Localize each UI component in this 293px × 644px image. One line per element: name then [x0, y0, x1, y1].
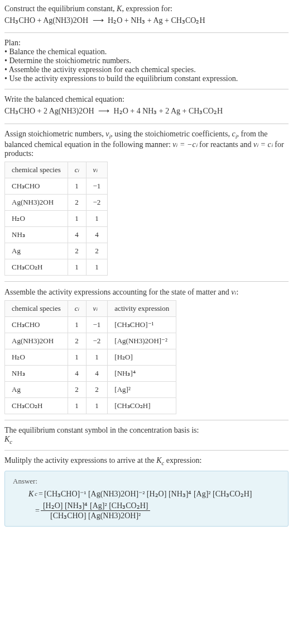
plan-item: Use the activity expressions to build th… [4, 74, 289, 83]
table-row: CH₃CO₂H11 [5, 259, 108, 275]
basis-section: The equilibrium constant symbol in the c… [4, 426, 289, 445]
equals: = [35, 506, 40, 515]
cell-c: 4 [68, 365, 86, 381]
k-symbol: K [4, 435, 9, 443]
cell-c: 1 [68, 397, 86, 414]
cell-c: 1 [68, 316, 86, 333]
balanced-section: Write the balanced chemical equation: CH… [4, 95, 289, 117]
cell-nu: −1 [86, 316, 108, 333]
cell-nu: 1 [86, 349, 108, 365]
header-c: cᵢ [68, 300, 86, 316]
header-species: chemical species [5, 300, 68, 316]
eq2: νᵢ = cᵢ [253, 140, 273, 149]
divider [4, 281, 289, 282]
fraction: [H₂O] [NH₃]⁴ [Ag]² [CH₃CO₂H] [CH₃CHO] [A… [41, 501, 151, 520]
intro-k: K [117, 4, 122, 13]
table-row: Ag(NH3)2OH2−2[Ag(NH3)2OH]⁻² [5, 333, 176, 349]
header-text: νᵢ [93, 165, 98, 174]
cell-species: Ag [5, 381, 68, 397]
cell-expr: [CH₃CO₂H] [108, 397, 176, 414]
cell-nu: 4 [86, 226, 108, 243]
cell-nu: −2 [86, 333, 108, 349]
plan-item: Determine the stoichiometric numbers. [4, 56, 289, 65]
activity-section: Assemble the activity expressions accoun… [4, 287, 289, 414]
cell-expr: [Ag(NH3)2OH]⁻² [108, 333, 176, 349]
cell-nu: −1 [86, 178, 108, 194]
cell-species: H₂O [5, 210, 68, 226]
cell-expr: [Ag]² [108, 381, 176, 397]
header-expr: activity expression [108, 300, 176, 316]
eq1: νᵢ = −cᵢ [172, 140, 197, 149]
balanced-arrow: ⟶ [96, 105, 112, 117]
cell-expr: [CH₃CHO]⁻¹ [108, 316, 176, 333]
cell-c: 1 [68, 178, 86, 194]
activity-desc: Assemble the activity expressions accoun… [4, 287, 289, 297]
answer-content: Kc = [CH₃CHO]⁻¹ [Ag(NH3)2OH]⁻² [H₂O] [NH… [13, 489, 280, 520]
divider [4, 89, 289, 89]
equals: = [39, 490, 43, 499]
plan-item: Assemble the activity expression for eac… [4, 65, 289, 74]
cell-nu: 2 [86, 381, 108, 397]
text: for reactants and [198, 140, 253, 149]
answer-label: Answer: [13, 477, 280, 486]
cell-nu: −2 [86, 194, 108, 210]
intro-reaction: CH₃CHO + Ag(NH3)2OH ⟶ H₂O + NH₃ + Ag + C… [4, 15, 289, 27]
cell-expr: [NH₃]⁴ [108, 365, 176, 381]
divider [4, 420, 289, 420]
header-nu: νᵢ [86, 162, 108, 178]
header-text: cᵢ [75, 304, 79, 312]
cell-nu: 1 [86, 397, 108, 414]
k-symbol: K [156, 456, 161, 465]
cell-nu: 1 [86, 259, 108, 275]
reaction-arrow: ⟶ [90, 15, 106, 27]
text: : [237, 288, 239, 296]
cell-c: 4 [68, 226, 86, 243]
cell-c: 1 [68, 210, 86, 226]
multiply-line: Mulitply the activity expressions to arr… [4, 456, 289, 466]
intro-section: Construct the equilibrium constant, K, e… [4, 4, 289, 27]
balanced-equation: CH₃CHO + 2 Ag(NH3)2OH ⟶ H₂O + 4 NH₃ + 2 … [4, 105, 289, 117]
plan-section: Plan: Balance the chemical equation. Det… [4, 39, 289, 83]
cell-species: CH₃CHO [5, 178, 68, 194]
table-row: CH₃CHO1−1 [5, 178, 108, 194]
cell-species: Ag(NH3)2OH [5, 194, 68, 210]
table-row: CH₃CHO1−1[CH₃CHO]⁻¹ [5, 316, 176, 333]
nu-symbol: νᵢ [231, 288, 236, 296]
cell-species: NH₃ [5, 226, 68, 243]
intro-text: Construct the equilibrium constant, [4, 4, 117, 13]
multiply-section: Mulitply the activity expressions to arr… [4, 456, 289, 466]
stoich-section: Assign stoichiometric numbers, νi, using… [4, 130, 289, 276]
plan-item: Balance the chemical equation. [4, 48, 289, 56]
balanced-title: Write the balanced chemical equation: [4, 95, 289, 104]
cell-species: H₂O [5, 349, 68, 365]
cell-nu: 4 [86, 365, 108, 381]
basis-line: The equilibrium constant symbol in the c… [4, 426, 289, 435]
answer-line1: Kc = [CH₃CHO]⁻¹ [Ag(NH3)2OH]⁻² [H₂O] [NH… [28, 489, 280, 499]
stoich-desc: Assign stoichiometric numbers, νi, using… [4, 130, 289, 158]
cell-nu: 2 [86, 243, 108, 259]
table-row: H₂O11 [5, 210, 108, 226]
text: expression: [164, 456, 201, 465]
cell-expr: [H₂O] [108, 349, 176, 365]
cell-species: CH₃CO₂H [5, 259, 68, 275]
cell-species: Ag [5, 243, 68, 259]
cell-species: Ag(NH3)2OH [5, 333, 68, 349]
answer-box: Answer: Kc = [CH₃CHO]⁻¹ [Ag(NH3)2OH]⁻² [… [4, 471, 289, 527]
table-row: CH₃CO₂H11[CH₃CO₂H] [5, 397, 176, 414]
text: , using the stoichiometric coefficients, [111, 130, 232, 138]
text: Mulitply the activity expressions to arr… [4, 456, 156, 465]
divider [4, 32, 289, 33]
header-nu: νᵢ [86, 300, 108, 316]
header-species: chemical species [5, 162, 68, 178]
header-c: cᵢ [68, 162, 86, 178]
plan-title: Plan: [4, 39, 289, 48]
table-row: NH₃44 [5, 226, 108, 243]
balanced-rhs: H₂O + 4 NH₃ + 2 Ag + CH₃CO₂H [114, 107, 223, 115]
header-text: νᵢ [93, 304, 98, 312]
reaction-rhs: H₂O + NH₃ + Ag + CH₃CO₂H [108, 16, 205, 25]
cell-species: CH₃CO₂H [5, 397, 68, 414]
table-row: H₂O11[H₂O] [5, 349, 176, 365]
cell-c: 1 [68, 259, 86, 275]
cell-c: 2 [68, 333, 86, 349]
divider [4, 124, 289, 124]
